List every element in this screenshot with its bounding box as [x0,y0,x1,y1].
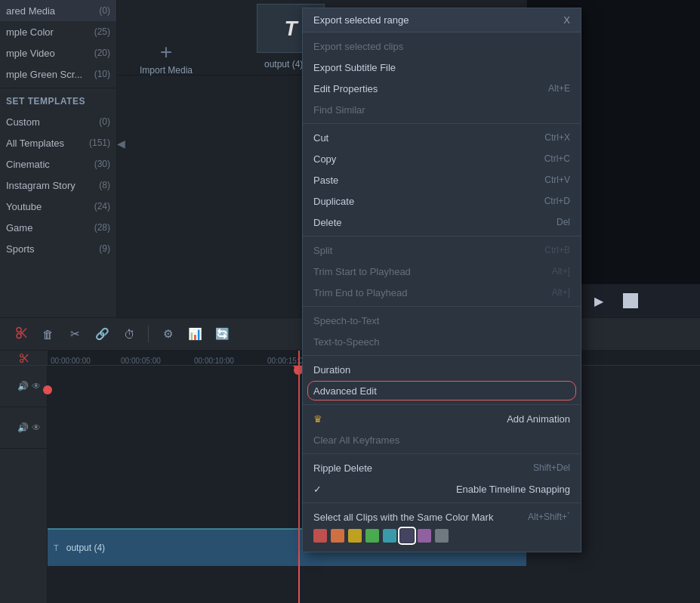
context-item-export-subtitle[interactable]: Export Subtitle File [303,57,581,78]
sidebar-divider [0,88,116,88]
context-item-shortcut: Ctrl+X [544,132,570,143]
context-item-clear-keyframes[interactable]: Clear All Keyframes [303,429,581,450]
context-item-duration[interactable]: Duration [303,359,581,380]
context-item-shortcut: Del [557,217,570,227]
context-item-label: Delete [313,217,342,228]
sidebar-item-ared-media[interactable]: ared Media (0) [0,0,116,21]
sidebar-item-label: Cinematic [6,159,50,170]
output-track-label: output (4) [66,543,105,553]
context-item-label: Text-to-Speech [313,336,379,348]
context-item-find-similar[interactable]: Find Similar [303,99,581,120]
ruler-mark-1: 00:00:05:00 [121,357,161,365]
color-swatch-cyan[interactable] [383,529,396,543]
sidebar-item-count: (28) [94,222,110,233]
track-label-2: 🔊 👁 [0,407,47,449]
context-item-label: Trim End to Playhead [313,287,408,298]
context-item-trim-end[interactable]: Trim End to Playhead Alt+] [303,282,581,303]
sidebar-item-label: mple Color [6,26,54,38]
context-section-edit: Duration Advanced Edit [303,356,581,405]
stop-button[interactable] [623,293,638,308]
scissors-timeline-icon [19,353,29,363]
toolbar-link-button[interactable]: 🔗 [94,326,110,342]
context-item-edit-properties[interactable]: Edit Properties Alt+E [303,78,581,99]
sidebar-collapse-arrow[interactable]: ◀ [117,138,125,150]
sidebar-item-sample-video[interactable]: mple Video (20) [0,42,116,63]
context-item-copy[interactable]: Copy Ctrl+C [303,148,581,169]
context-item-shortcut: Alt+] [552,287,570,298]
sidebar-item-sports[interactable]: Sports (9) [0,238,116,259]
color-swatches [303,527,581,549]
sidebar-item-count: (0) [99,5,110,16]
color-swatch-red[interactable] [313,529,327,543]
toolbar-timer-button[interactable]: ⏱ [121,326,137,342]
sidebar-item-count: (9) [99,243,110,254]
import-media-button[interactable]: + Import Media [140,42,193,76]
toolbar-refresh-button[interactable]: 🔄 [214,326,230,342]
context-menu: Export selected range X Export selected … [302,8,581,552]
toolbar-cut-button[interactable]: ✂ [66,326,83,342]
track-eye-icon[interactable]: 👁 [32,381,41,391]
sidebar-item-label: Custom [6,116,40,128]
context-item-cut[interactable]: Cut Ctrl+X [303,127,581,148]
play-icon: ▶ [594,294,603,308]
sidebar-item-instagram[interactable]: Instagram Story (8) [0,175,116,196]
context-item-label: Speech-to-Text [313,315,379,326]
color-swatch-gray[interactable] [435,529,449,543]
context-item-paste[interactable]: Paste Ctrl+V [303,169,581,190]
sidebar-item-game[interactable]: Game (28) [0,217,116,238]
preview-t-letter: T [284,17,297,41]
track-volume-icon[interactable]: 🔊 [17,381,29,391]
context-item-enable-snapping[interactable]: ✓ Enable Timeline Snapping [303,478,581,499]
toolbar-levels-button[interactable]: 📊 [187,326,203,342]
sidebar-item-youtube[interactable]: Youtube (24) [0,196,116,217]
context-item-delete[interactable]: Delete Del [303,212,581,233]
context-item-label: Paste [313,175,338,186]
context-item-split[interactable]: Split Ctrl+B [303,240,581,261]
context-item-text-to-speech[interactable]: Text-to-Speech [303,331,581,352]
svg-point-5 [20,359,23,362]
context-item-speech-to-text[interactable]: Speech-to-Text [303,310,581,331]
output-track-icon: T [54,543,59,552]
sidebar-item-count: (8) [99,180,110,190]
sidebar-item-cinematic[interactable]: Cinematic (30) [0,153,116,175]
toolbar-delete-button[interactable]: 🗑 [39,326,56,342]
sidebar-item-sample-greenscreen[interactable]: mple Green Scr... (10) [0,63,116,85]
context-menu-title: Export selected range [313,14,409,26]
context-section-export: Export selected clips Export Subtitle Fi… [303,32,581,124]
ruler-mark-0: 00:00:00:00 [51,357,91,365]
color-swatch-purple[interactable] [418,529,431,543]
sidebar-item-sample-color[interactable]: mple Color (25) [0,21,116,42]
sidebar-item-all-templates[interactable]: All Templates (151) [0,132,116,153]
sidebar-item-label: Game [6,222,32,233]
sidebar-item-custom[interactable]: Custom (0) [0,111,116,132]
sidebar-item-label: Instagram Story [6,180,76,191]
context-close-button[interactable]: X [563,14,570,26]
svg-point-1 [17,334,21,339]
context-item-trim-start[interactable]: Trim Start to Playhead Alt+[ [303,261,581,282]
context-item-label: Split [313,245,332,256]
color-swatch-yellow[interactable] [348,529,362,543]
context-section-animation: ♛ Add Animation Clear All Keyframes [303,405,581,454]
context-item-select-color-mark[interactable]: Select all Clips with the Same Color Mar… [303,506,581,527]
ruler-mark-3: 00:00:15:00 [267,357,307,365]
sidebar-item-count: (10) [94,69,110,79]
context-item-ripple-delete[interactable]: Ripple Delete Shift+Del [303,457,581,478]
context-item-shortcut: Ctrl+C [544,153,570,164]
context-item-label: Clear All Keyframes [313,434,399,446]
toolbar-divider [148,326,149,342]
track-volume-icon-2[interactable]: 🔊 [17,422,29,433]
play-button[interactable]: ▶ [588,290,609,311]
track-eye-icon-2[interactable]: 👁 [32,422,41,433]
context-item-add-animation[interactable]: ♛ Add Animation [303,408,581,429]
context-item-label: Ripple Delete [313,462,372,474]
context-item-duplicate[interactable]: Duplicate Ctrl+D [303,190,581,212]
color-swatch-green[interactable] [365,529,379,543]
color-swatch-orange[interactable] [331,529,344,543]
toolbar-settings-button[interactable]: ⚙ [159,326,176,342]
context-item-export-clips[interactable]: Export selected clips [303,36,581,57]
context-item-label: Edit Properties [313,83,378,94]
context-section-speech: Speech-to-Text Text-to-Speech [303,307,581,356]
color-swatch-dark-blue[interactable] [400,529,414,543]
context-item-shortcut: Ctrl+D [544,196,570,206]
context-item-advanced-edit[interactable]: Advanced Edit [303,380,581,401]
